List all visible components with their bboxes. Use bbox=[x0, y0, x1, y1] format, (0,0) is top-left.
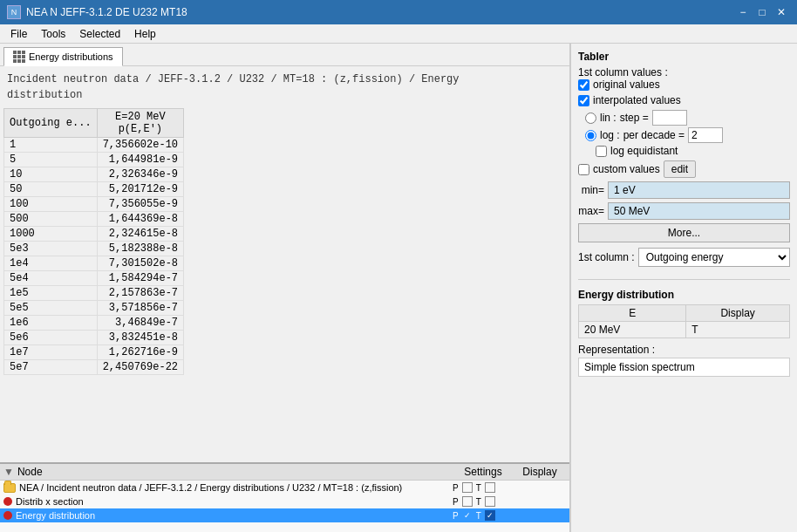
table-row: 102,326346e-9 bbox=[4, 167, 184, 182]
node-energy-check-t[interactable]: ✓ bbox=[485, 510, 495, 521]
circle-icon-energy bbox=[3, 511, 12, 520]
representation-label: Representation : bbox=[578, 344, 655, 356]
minimize-button[interactable]: − bbox=[734, 4, 752, 20]
table-row: 1e47,301502e-8 bbox=[4, 256, 184, 271]
outgoing-energy-cell: 1e7 bbox=[4, 345, 98, 360]
table-row: 5e53,571856e-7 bbox=[4, 301, 184, 316]
per-decade-input[interactable]: 2 bbox=[688, 127, 723, 143]
lin-radio[interactable] bbox=[585, 113, 596, 124]
node-energy-check-p[interactable]: ✓ bbox=[462, 510, 473, 521]
original-values-label[interactable]: original values bbox=[593, 78, 660, 91]
table-row: 5001,644369e-8 bbox=[4, 212, 184, 227]
col2-header: E=20 MeV p(E,E') bbox=[97, 109, 183, 138]
edit-button[interactable]: edit bbox=[664, 160, 696, 178]
probability-cell: 2,450769e-22 bbox=[97, 360, 183, 375]
table-row: 17,356602e-10 bbox=[4, 138, 184, 153]
table-row: 5e35,182388e-8 bbox=[4, 242, 184, 256]
main-layout: Energy distributions Incident neutron da… bbox=[0, 44, 797, 532]
node-folder-check-p[interactable] bbox=[462, 482, 473, 493]
log-equidistant-label[interactable]: log equidistant bbox=[610, 145, 678, 157]
col1-header: Outgoing e... bbox=[4, 109, 98, 138]
settings-col-header: Settings bbox=[453, 466, 514, 478]
menu-tools[interactable]: Tools bbox=[34, 26, 72, 42]
node-distrib-check-p[interactable] bbox=[462, 496, 473, 507]
breadcrumb-line2: distribution bbox=[7, 89, 82, 101]
table-row: 5e72,450769e-22 bbox=[4, 360, 184, 375]
custom-values-label[interactable]: custom values bbox=[593, 163, 660, 175]
node-folder-checks: P T bbox=[453, 482, 566, 493]
node-energy-label: Energy distribution bbox=[16, 510, 449, 521]
step-input[interactable] bbox=[652, 110, 687, 126]
original-values-row: original values bbox=[578, 78, 790, 91]
tab-energy-distributions[interactable]: Energy distributions bbox=[3, 47, 123, 66]
menu-file[interactable]: File bbox=[3, 26, 34, 42]
probability-cell: 3,46849e-7 bbox=[97, 316, 183, 331]
log-equidistant-row: log equidistant bbox=[596, 145, 790, 157]
log-label[interactable]: log : bbox=[600, 129, 620, 141]
custom-values-checkbox[interactable] bbox=[578, 164, 589, 175]
maximize-button[interactable]: □ bbox=[753, 4, 771, 20]
menu-selected[interactable]: Selected bbox=[72, 26, 127, 42]
energy-dist-table: E Display 20 MeV T bbox=[578, 304, 790, 338]
original-values-checkbox[interactable] bbox=[578, 79, 589, 91]
outgoing-energy-cell: 1e6 bbox=[4, 316, 98, 331]
menu-help[interactable]: Help bbox=[127, 26, 163, 42]
probability-cell: 2,326346e-9 bbox=[97, 167, 183, 182]
left-panel: Energy distributions Incident neutron da… bbox=[0, 44, 570, 532]
per-decade-label: per decade = bbox=[623, 129, 685, 141]
min-row: min= 1 eV bbox=[578, 181, 790, 199]
breadcrumb-line1: Incident neutron data / JEFF-3.1.2 / U23… bbox=[7, 73, 459, 85]
outgoing-energy-cell: 1 bbox=[4, 138, 98, 153]
node-distrib-check-t[interactable] bbox=[485, 496, 495, 507]
min-value-button[interactable]: 1 eV bbox=[608, 181, 790, 199]
grid-icon bbox=[13, 51, 25, 63]
representation-section: Representation : Simple fission spectrum bbox=[578, 344, 790, 377]
outgoing-energy-cell: 10 bbox=[4, 167, 98, 182]
energy-dist-title: Energy distribution bbox=[578, 289, 790, 301]
outgoing-energy-cell: 500 bbox=[4, 212, 98, 227]
first-col-select[interactable]: Outgoing energy bbox=[638, 248, 790, 267]
log-radio[interactable] bbox=[585, 130, 596, 141]
custom-values-row: custom values edit bbox=[578, 160, 790, 178]
table-row: 1e52,157863e-7 bbox=[4, 286, 184, 301]
expand-icon: ▼ bbox=[3, 466, 14, 478]
node-energy[interactable]: Energy distribution P ✓ T ✓ bbox=[0, 508, 569, 522]
node-folder-check-t[interactable] bbox=[485, 482, 495, 493]
max-row: max= 50 MeV bbox=[578, 202, 790, 220]
max-label: max= bbox=[578, 205, 604, 217]
lin-label[interactable]: lin : bbox=[600, 112, 616, 124]
more-button[interactable]: More... bbox=[578, 223, 790, 242]
outgoing-energy-cell: 5e5 bbox=[4, 301, 98, 316]
tab-bar: Energy distributions bbox=[0, 44, 569, 66]
outgoing-energy-cell: 5e6 bbox=[4, 331, 98, 345]
interpolated-values-checkbox[interactable] bbox=[578, 95, 589, 106]
outgoing-energy-cell: 5e3 bbox=[4, 242, 98, 256]
node-distrib-checks: P T bbox=[453, 496, 566, 507]
title-bar: N NEA N JEFF-3.1.2 DE U232 MT18 − □ ✕ bbox=[0, 0, 797, 24]
probability-cell: 1,584294e-7 bbox=[97, 271, 183, 286]
outgoing-energy-cell: 5e4 bbox=[4, 271, 98, 286]
close-button[interactable]: ✕ bbox=[773, 4, 790, 20]
outgoing-energy-cell: 1000 bbox=[4, 227, 98, 242]
interpolated-values-label[interactable]: interpolated values bbox=[593, 94, 681, 106]
folder-icon bbox=[3, 483, 16, 493]
outgoing-energy-cell: 5e7 bbox=[4, 360, 98, 375]
node-folder[interactable]: NEA / Incident neutron data / JEFF-3.1.2… bbox=[0, 481, 569, 494]
outgoing-energy-cell: 50 bbox=[4, 182, 98, 197]
probability-cell: 7,356602e-10 bbox=[97, 138, 183, 153]
data-table-area[interactable]: Outgoing e... E=20 MeV p(E,E') 17,356602… bbox=[0, 108, 569, 462]
app-icon: N bbox=[7, 5, 21, 19]
node-folder-label: NEA / Incident neutron data / JEFF-3.1.2… bbox=[19, 482, 449, 493]
energy-dist-row: 20 MeV T bbox=[579, 322, 790, 338]
max-value-button[interactable]: 50 MeV bbox=[608, 202, 790, 220]
title-bar-controls: − □ ✕ bbox=[734, 4, 790, 20]
probability-cell: 1,644369e-8 bbox=[97, 212, 183, 227]
title-bar-left: N NEA N JEFF-3.1.2 DE U232 MT18 bbox=[7, 5, 187, 19]
table-row: 1e63,46849e-7 bbox=[4, 316, 184, 331]
outgoing-energy-cell: 5 bbox=[4, 153, 98, 167]
probability-cell: 2,157863e-7 bbox=[97, 286, 183, 301]
first-col-label: 1st column : bbox=[578, 251, 635, 263]
window-title: NEA N JEFF-3.1.2 DE U232 MT18 bbox=[26, 6, 187, 18]
log-equidistant-checkbox[interactable] bbox=[596, 146, 607, 157]
node-distrib[interactable]: Distrib x section P T bbox=[0, 494, 569, 508]
